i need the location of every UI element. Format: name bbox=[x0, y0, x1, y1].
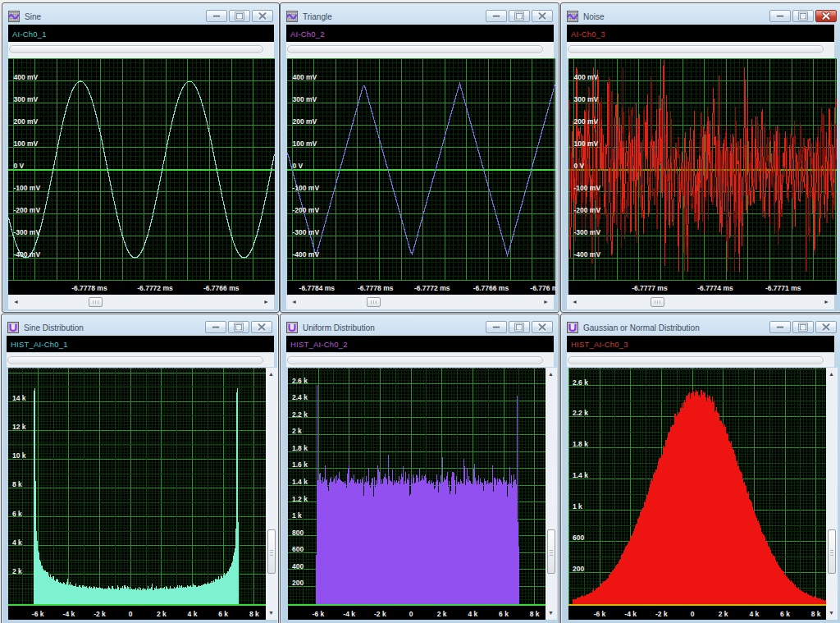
svg-text:2.2 k: 2.2 k bbox=[573, 409, 588, 417]
svg-text:-4 k: -4 k bbox=[343, 610, 355, 618]
svg-text:-6.7778 ms: -6.7778 ms bbox=[71, 284, 107, 292]
svg-text:-6 k: -6 k bbox=[32, 610, 44, 618]
svg-text:-6.7777 ms: -6.7777 ms bbox=[632, 284, 668, 292]
svg-text:0: 0 bbox=[409, 610, 413, 618]
svg-text:0: 0 bbox=[129, 610, 133, 618]
svg-text:-300 mV: -300 mV bbox=[293, 228, 320, 236]
svg-text:-400 mV: -400 mV bbox=[574, 250, 601, 259]
svg-text:6 k: 6 k bbox=[218, 610, 228, 618]
svg-text:200 mV: 200 mV bbox=[574, 117, 599, 126]
svg-text:2.2 k: 2.2 k bbox=[292, 410, 308, 419]
svg-text:300 mV: 300 mV bbox=[293, 95, 317, 103]
svg-text:-100 mV: -100 mV bbox=[574, 184, 601, 192]
svg-text:-100 mV: -100 mV bbox=[14, 184, 41, 192]
svg-text:1.4 k: 1.4 k bbox=[573, 471, 588, 479]
svg-text:1.6 k: 1.6 k bbox=[292, 460, 308, 469]
svg-text:100 mV: 100 mV bbox=[574, 140, 599, 148]
svg-text:4 k: 4 k bbox=[468, 610, 477, 618]
svg-text:300 mV: 300 mV bbox=[14, 95, 39, 103]
svg-text:6 k: 6 k bbox=[780, 610, 790, 618]
svg-text:-6.7774 ms: -6.7774 ms bbox=[697, 284, 733, 292]
svg-text:8 k: 8 k bbox=[811, 610, 821, 618]
svg-text:2 k: 2 k bbox=[437, 610, 447, 618]
svg-text:200 mV: 200 mV bbox=[293, 117, 317, 126]
svg-text:0 V: 0 V bbox=[293, 162, 304, 170]
svg-text:300 mV: 300 mV bbox=[574, 95, 599, 103]
svg-text:100 mV: 100 mV bbox=[14, 140, 39, 148]
svg-text:100 mV: 100 mV bbox=[293, 140, 317, 148]
svg-text:1 k: 1 k bbox=[573, 502, 582, 511]
svg-text:1.8 k: 1.8 k bbox=[573, 440, 588, 448]
svg-text:-200 mV: -200 mV bbox=[14, 206, 41, 214]
svg-text:-2 k: -2 k bbox=[374, 610, 386, 618]
svg-text:6 k: 6 k bbox=[499, 610, 509, 618]
svg-text:8 k: 8 k bbox=[12, 480, 22, 488]
svg-text:-400 mV: -400 mV bbox=[293, 250, 320, 259]
svg-text:-300 mV: -300 mV bbox=[14, 228, 41, 236]
svg-text:-200 mV: -200 mV bbox=[293, 206, 320, 214]
svg-text:-4 k: -4 k bbox=[624, 610, 637, 618]
svg-text:400 mV: 400 mV bbox=[574, 73, 599, 81]
svg-text:1 k: 1 k bbox=[292, 511, 302, 520]
svg-text:0 V: 0 V bbox=[14, 162, 25, 170]
svg-text:-100 mV: -100 mV bbox=[293, 184, 320, 192]
svg-text:4 k: 4 k bbox=[12, 538, 22, 547]
svg-text:-2 k: -2 k bbox=[94, 610, 106, 618]
svg-text:-6.7778 ms: -6.7778 ms bbox=[358, 284, 394, 292]
svg-text:-6.776 ms: -6.776 ms bbox=[530, 284, 555, 292]
svg-text:10 k: 10 k bbox=[12, 451, 26, 460]
svg-text:1.4 k: 1.4 k bbox=[292, 478, 308, 486]
svg-text:-6.7772 ms: -6.7772 ms bbox=[414, 284, 450, 292]
svg-text:-6.7772 ms: -6.7772 ms bbox=[137, 284, 173, 292]
svg-text:400 mV: 400 mV bbox=[293, 73, 317, 81]
svg-text:2.6 k: 2.6 k bbox=[573, 378, 588, 387]
svg-text:14 k: 14 k bbox=[12, 394, 26, 402]
svg-text:-200 mV: -200 mV bbox=[574, 206, 601, 214]
svg-text:600: 600 bbox=[292, 545, 304, 553]
svg-text:8 k: 8 k bbox=[249, 610, 259, 618]
svg-text:200: 200 bbox=[292, 579, 304, 587]
svg-text:2 k: 2 k bbox=[12, 567, 22, 575]
svg-text:4 k: 4 k bbox=[188, 610, 198, 618]
svg-text:8 k: 8 k bbox=[530, 610, 540, 618]
svg-text:-6.7766 ms: -6.7766 ms bbox=[203, 284, 240, 292]
svg-text:2.4 k: 2.4 k bbox=[292, 393, 308, 401]
svg-text:-400 mV: -400 mV bbox=[14, 250, 41, 259]
svg-text:12 k: 12 k bbox=[12, 423, 26, 431]
svg-text:400: 400 bbox=[292, 562, 304, 570]
svg-text:-4 k: -4 k bbox=[63, 610, 75, 618]
svg-text:4 k: 4 k bbox=[749, 610, 759, 618]
svg-text:6 k: 6 k bbox=[12, 510, 22, 518]
svg-text:-2 k: -2 k bbox=[655, 610, 668, 618]
svg-text:2 k: 2 k bbox=[292, 427, 302, 435]
svg-text:800: 800 bbox=[292, 529, 304, 537]
svg-text:600: 600 bbox=[573, 534, 584, 542]
svg-text:-300 mV: -300 mV bbox=[574, 228, 601, 236]
svg-text:0: 0 bbox=[691, 610, 695, 618]
svg-text:-6.7771 ms: -6.7771 ms bbox=[765, 284, 801, 292]
svg-text:-6.7784 ms: -6.7784 ms bbox=[299, 284, 336, 292]
svg-text:-6 k: -6 k bbox=[313, 610, 325, 618]
svg-text:1.8 k: 1.8 k bbox=[292, 444, 308, 452]
svg-text:-6 k: -6 k bbox=[594, 610, 606, 618]
svg-text:200: 200 bbox=[573, 565, 584, 573]
svg-text:-6.7766 ms: -6.7766 ms bbox=[473, 284, 509, 292]
svg-text:0 V: 0 V bbox=[574, 162, 585, 170]
svg-text:1.2 k: 1.2 k bbox=[292, 495, 308, 503]
svg-text:200 mV: 200 mV bbox=[14, 117, 39, 126]
svg-text:2.6 k: 2.6 k bbox=[292, 377, 308, 385]
svg-text:2 k: 2 k bbox=[719, 610, 728, 618]
svg-text:400 mV: 400 mV bbox=[14, 73, 39, 81]
svg-text:2 k: 2 k bbox=[157, 610, 167, 618]
